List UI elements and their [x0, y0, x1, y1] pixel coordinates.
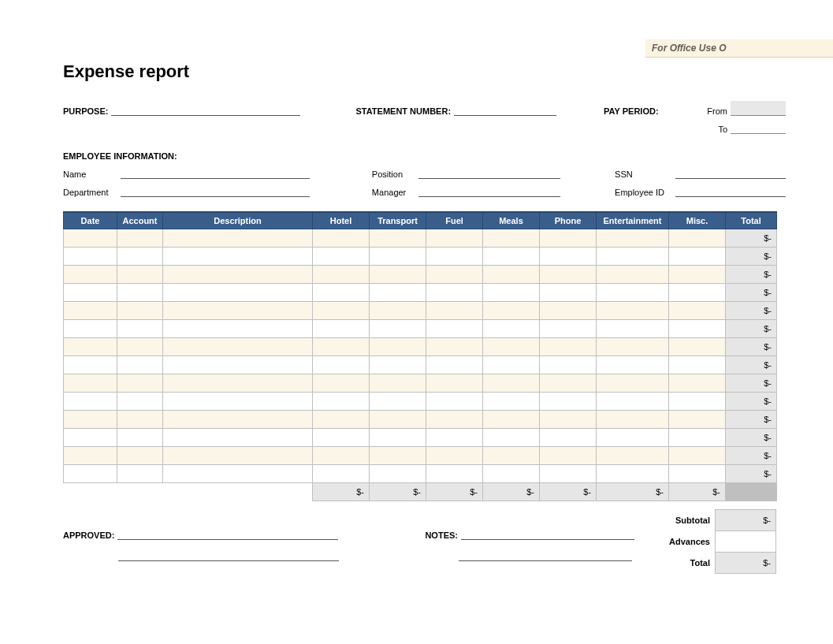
- table-cell[interactable]: [313, 465, 370, 483]
- table-cell[interactable]: [64, 465, 117, 483]
- table-cell[interactable]: [426, 229, 483, 248]
- table-cell[interactable]: [313, 374, 370, 393]
- purpose-input[interactable]: [111, 102, 300, 116]
- table-cell[interactable]: [313, 284, 370, 302]
- table-cell[interactable]: [426, 266, 483, 284]
- approved-input-1[interactable]: [117, 527, 338, 540]
- manager-input[interactable]: [418, 184, 560, 197]
- table-cell[interactable]: [426, 465, 483, 483]
- table-cell[interactable]: [64, 356, 117, 374]
- table-cell[interactable]: [64, 374, 117, 393]
- table-cell[interactable]: [597, 284, 669, 302]
- table-cell[interactable]: [669, 447, 726, 465]
- table-cell[interactable]: [64, 248, 117, 266]
- table-cell[interactable]: [163, 393, 313, 411]
- table-cell[interactable]: [540, 320, 597, 338]
- table-cell[interactable]: [597, 447, 669, 465]
- table-cell[interactable]: [669, 248, 726, 266]
- table-cell[interactable]: [117, 284, 163, 302]
- table-cell[interactable]: [117, 429, 163, 447]
- table-cell[interactable]: [64, 229, 117, 248]
- table-cell[interactable]: [669, 465, 726, 483]
- table-cell[interactable]: [370, 411, 426, 429]
- table-cell[interactable]: [669, 429, 726, 447]
- table-cell[interactable]: [483, 266, 540, 284]
- table-cell[interactable]: [540, 393, 597, 411]
- table-cell[interactable]: [540, 429, 597, 447]
- statement-number-input[interactable]: [454, 102, 556, 116]
- table-cell[interactable]: [163, 374, 313, 393]
- table-cell[interactable]: [597, 338, 669, 356]
- table-cell[interactable]: [313, 229, 370, 248]
- table-cell[interactable]: [117, 320, 163, 338]
- table-cell[interactable]: [117, 465, 163, 483]
- table-cell[interactable]: [370, 284, 426, 302]
- table-cell[interactable]: [426, 320, 483, 338]
- table-cell[interactable]: [540, 248, 597, 266]
- department-input[interactable]: [121, 184, 310, 197]
- table-cell[interactable]: [313, 320, 370, 338]
- ssn-input[interactable]: [675, 166, 786, 179]
- table-cell[interactable]: [669, 320, 726, 338]
- table-cell[interactable]: [117, 302, 163, 320]
- table-cell[interactable]: [117, 374, 163, 393]
- table-cell[interactable]: [163, 302, 313, 320]
- table-cell[interactable]: [370, 447, 426, 465]
- table-cell[interactable]: [117, 229, 163, 248]
- table-cell[interactable]: [163, 356, 313, 374]
- table-cell[interactable]: [163, 429, 313, 447]
- table-cell[interactable]: [370, 356, 426, 374]
- table-cell[interactable]: [64, 393, 117, 411]
- table-cell[interactable]: [669, 411, 726, 429]
- position-input[interactable]: [418, 166, 560, 179]
- table-cell[interactable]: [313, 429, 370, 447]
- table-cell[interactable]: [669, 284, 726, 302]
- table-cell[interactable]: [117, 447, 163, 465]
- table-cell[interactable]: [163, 266, 313, 284]
- table-cell[interactable]: [669, 338, 726, 356]
- table-cell[interactable]: [597, 229, 669, 248]
- table-cell[interactable]: [163, 248, 313, 266]
- table-cell[interactable]: [370, 338, 426, 356]
- table-cell[interactable]: [483, 447, 540, 465]
- table-cell[interactable]: [669, 229, 726, 248]
- table-cell[interactable]: [426, 284, 483, 302]
- approved-input-2[interactable]: [118, 548, 339, 561]
- table-cell[interactable]: [64, 447, 117, 465]
- table-cell[interactable]: [426, 356, 483, 374]
- table-cell[interactable]: [370, 248, 426, 266]
- table-cell[interactable]: [426, 248, 483, 266]
- pay-to-input[interactable]: [731, 119, 786, 134]
- notes-input-2[interactable]: [459, 548, 632, 561]
- table-cell[interactable]: [313, 447, 370, 465]
- table-cell[interactable]: [597, 266, 669, 284]
- table-cell[interactable]: [483, 284, 540, 302]
- table-cell[interactable]: [426, 411, 483, 429]
- table-cell[interactable]: [483, 248, 540, 266]
- table-cell[interactable]: [163, 229, 313, 248]
- table-cell[interactable]: [163, 338, 313, 356]
- table-cell[interactable]: [540, 374, 597, 393]
- table-cell[interactable]: [597, 429, 669, 447]
- notes-input-1[interactable]: [461, 527, 634, 540]
- table-cell[interactable]: [597, 465, 669, 483]
- table-cell[interactable]: [370, 374, 426, 393]
- pay-from-input[interactable]: [731, 101, 786, 116]
- table-cell[interactable]: [313, 338, 370, 356]
- table-cell[interactable]: [540, 465, 597, 483]
- table-cell[interactable]: [64, 429, 117, 447]
- table-cell[interactable]: [117, 393, 163, 411]
- table-cell[interactable]: [597, 411, 669, 429]
- table-cell[interactable]: [163, 320, 313, 338]
- employee-id-input[interactable]: [675, 184, 786, 197]
- table-cell[interactable]: [597, 302, 669, 320]
- table-cell[interactable]: [313, 356, 370, 374]
- table-cell[interactable]: [370, 320, 426, 338]
- table-cell[interactable]: [483, 302, 540, 320]
- table-cell[interactable]: [483, 429, 540, 447]
- table-cell[interactable]: [64, 320, 117, 338]
- table-cell[interactable]: [370, 429, 426, 447]
- table-cell[interactable]: [483, 338, 540, 356]
- table-cell[interactable]: [540, 302, 597, 320]
- table-cell[interactable]: [370, 302, 426, 320]
